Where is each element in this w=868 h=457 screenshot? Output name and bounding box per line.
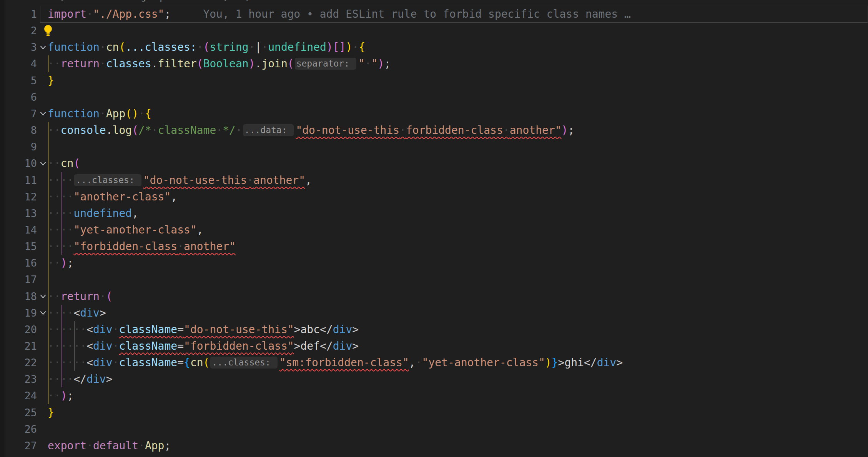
line-number: 21	[0, 338, 37, 354]
inlay-hint: ...classes:	[74, 174, 141, 186]
whitespace-dot: ·	[352, 41, 359, 53]
code-line[interactable]: ······<div·className="do-not-use-this">a…	[48, 321, 868, 338]
error-squiggle-token: "do-not-use-this	[143, 174, 247, 187]
code-token: "another-class"	[73, 190, 171, 203]
code-token: div	[86, 373, 106, 385]
code-token: ;	[164, 439, 171, 452]
whitespace-dot: ·	[216, 124, 223, 137]
code-token: "yet-another-class"	[73, 223, 196, 236]
code-line[interactable]: ····"yet-another-class",	[48, 222, 868, 238]
code-line[interactable]: }	[48, 404, 868, 421]
line-number: 2	[0, 22, 37, 39]
line-number: 19	[0, 305, 37, 321]
code-line[interactable]: ··);	[48, 387, 868, 404]
code-token: div	[597, 356, 617, 369]
error-squiggle-token: className	[119, 340, 177, 352]
code-line[interactable]: ······<div·className={cn(...classes: "sm…	[48, 354, 868, 371]
line-number: 11	[0, 172, 37, 188]
line-number: 10	[0, 155, 37, 172]
error-squiggle-token: ·	[247, 174, 253, 187]
code-token: div	[333, 323, 353, 336]
code-line[interactable]	[48, 22, 868, 39]
code-line[interactable]: }	[48, 72, 868, 89]
code-line[interactable]: function·App()·{	[48, 105, 868, 122]
line-number: 13	[0, 205, 37, 222]
fold-chevron-icon[interactable]	[38, 155, 48, 172]
line-number: 25	[0, 404, 37, 421]
code-token: )	[545, 356, 552, 369]
code-line[interactable]	[48, 271, 868, 288]
code-line[interactable]	[48, 138, 868, 155]
code-token: undefined	[73, 207, 132, 220]
code-token: )	[378, 57, 384, 70]
line-number: 6	[0, 89, 37, 105]
whitespace-dot: ····	[48, 307, 73, 319]
code-line[interactable]: ··cn(	[48, 155, 868, 172]
fold-chevron-icon[interactable]	[38, 288, 48, 305]
codelens-annotation[interactable]: You, 47 minutes ago | 1 author (You)	[42, 0, 251, 3]
code-token: function	[48, 107, 100, 120]
code-line[interactable]: function·cn(...classes:·(string·|·undefi…	[48, 39, 868, 55]
fold-chevron-icon[interactable]	[38, 305, 48, 321]
error-squiggle-token: =	[177, 340, 184, 352]
code-line[interactable]	[48, 421, 868, 437]
code-token: (	[203, 41, 210, 53]
whitespace-dot: ····	[48, 174, 73, 187]
code-token: )	[61, 257, 67, 269]
code-line[interactable]: ··console.log(/*·className·*/·...data: "…	[48, 122, 868, 138]
line-number: 20	[0, 321, 37, 338]
error-squiggle-token: another"	[253, 174, 305, 187]
code-token: ,	[409, 356, 416, 369]
code-line[interactable]: ····undefined,	[48, 205, 868, 222]
code-token: className	[158, 124, 216, 137]
code-token: (	[73, 157, 80, 170]
whitespace-dot: ·	[113, 323, 119, 336]
code-token: div	[333, 340, 353, 352]
code-line[interactable]: ····</div>	[48, 371, 868, 387]
code-line[interactable]: ····<div>	[48, 305, 868, 321]
line-number: 8	[0, 122, 37, 138]
code-token: (	[119, 41, 125, 53]
code-token: >	[352, 323, 359, 336]
code-token: ,	[132, 207, 138, 220]
line-number: 26	[0, 421, 37, 437]
code-token: )	[61, 389, 67, 402]
code-line[interactable]: ····"another-class",	[48, 188, 868, 205]
line-number: 1	[0, 6, 37, 22]
fold-chevron-icon[interactable]	[38, 39, 48, 55]
code-token: )	[562, 124, 568, 137]
code-token: ...classes:	[125, 41, 196, 53]
code-token: )	[346, 41, 352, 53]
whitespace-dot: ·	[86, 439, 93, 452]
code-line[interactable]: ··return·(	[48, 288, 868, 305]
inlay-hint: separator:	[295, 58, 356, 70]
code-token: def	[300, 340, 320, 352]
code-line[interactable]: export·default·App;	[48, 437, 868, 454]
code-token: <	[86, 323, 93, 336]
code-line[interactable]: ··return·classes.filter(Boolean).join(se…	[48, 55, 868, 72]
code-token: </	[73, 373, 86, 385]
code-token: "	[358, 57, 365, 70]
code-line[interactable]: ··);	[48, 255, 868, 271]
code-token: >	[106, 373, 113, 385]
error-squiggle-token: "do-not-use-this"	[184, 323, 294, 336]
code-line[interactable]: ····...classes: "do-not-use-this·another…	[48, 172, 868, 188]
line-number: 23	[0, 371, 37, 387]
code-token: .	[151, 57, 158, 70]
code-line[interactable]	[48, 89, 868, 105]
line-number: 24	[0, 387, 37, 404]
whitespace-dot: ····	[48, 207, 73, 220]
fold-chevron-icon[interactable]	[38, 105, 48, 122]
error-squiggle-token: ·	[399, 124, 406, 137]
code-token: return	[61, 290, 100, 303]
code-line[interactable]: ······<div·className="forbidden-class">d…	[48, 338, 868, 354]
lightbulb-icon[interactable]	[42, 24, 55, 38]
line-number: 16	[0, 255, 37, 271]
whitespace-dot: ·	[113, 340, 119, 352]
code-token: (	[106, 290, 113, 303]
code-token: )	[132, 107, 138, 120]
code-line[interactable]: import·"./App.css";You, 1 hour ago • add…	[48, 6, 868, 22]
code-line[interactable]: ····"forbidden-class·another"	[48, 238, 868, 255]
code-token: Boolean	[203, 57, 249, 70]
line-number: 3	[0, 39, 37, 55]
